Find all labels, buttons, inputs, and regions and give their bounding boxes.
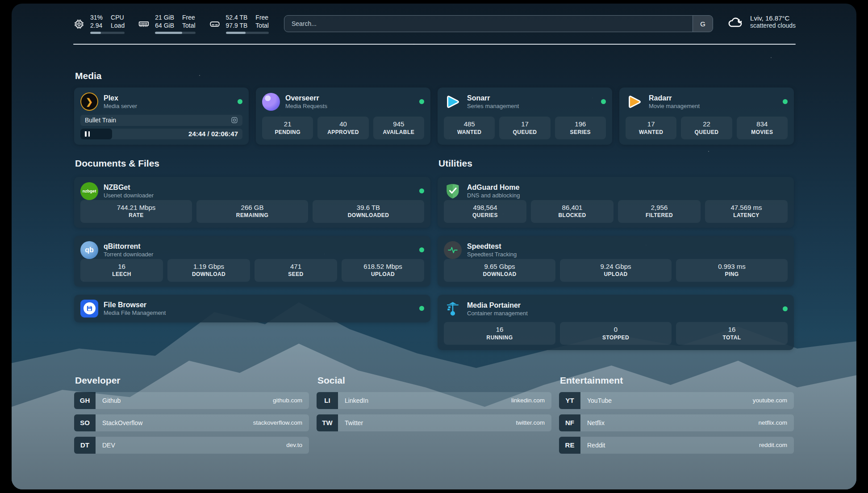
portainer-card[interactable]: Media Portainer Container management 16 … <box>438 295 794 350</box>
stat-value: 196 <box>557 120 604 129</box>
link-youtube[interactable]: YT YouTube youtube.com <box>559 392 794 409</box>
adguard-card[interactable]: AdGuard Home DNS and adblocking 498,564 … <box>438 177 794 228</box>
disk-icon <box>209 18 221 30</box>
now-playing-row: Bullet Train <box>80 115 242 126</box>
stat-box: 9.24 Gbps UPLOAD <box>560 259 672 282</box>
app-name: AdGuard Home <box>467 183 520 192</box>
stat-value: 40 <box>319 120 367 129</box>
section-title-developer: Developer <box>75 375 309 386</box>
stat-label: UPLOAD <box>562 271 670 278</box>
link-netflix[interactable]: NF Netflix netflix.com <box>559 414 794 431</box>
link-reddit[interactable]: RE Reddit reddit.com <box>559 437 794 454</box>
stat-box: 47.569 ms LATENCY <box>705 200 788 223</box>
status-dot-online <box>783 306 788 311</box>
stat-label: PENDING <box>264 129 311 136</box>
app-subtitle: Media Requests <box>285 103 327 110</box>
stream-video-icon <box>231 117 238 124</box>
cpu-progress-bar <box>90 32 125 34</box>
app-subtitle: Media File Management <box>104 309 166 317</box>
portainer-icon <box>445 301 461 317</box>
link-twitter[interactable]: TW Twitter twitter.com <box>317 414 551 431</box>
stat-value: 485 <box>446 120 493 129</box>
link-stackoverflow[interactable]: SO StackOverflow stackoverflow.com <box>74 414 309 431</box>
stat-value: 498,564 <box>446 203 525 212</box>
stat-value: 47.569 ms <box>707 203 786 212</box>
disk-widget: 52.4 TB 97.9 TB Free Total <box>209 13 269 34</box>
stat-box: 22 QUEUED <box>681 117 732 139</box>
plex-icon: ❯ <box>80 92 98 111</box>
link-github[interactable]: GH Github github.com <box>74 392 309 409</box>
nzbget-card[interactable]: nzbget NZBGet Usenet downloader 744.21 M… <box>74 177 430 228</box>
filebrowser-icon <box>80 300 98 318</box>
cpu-load-label: Load <box>111 21 125 29</box>
stat-box: 0.993 ms PING <box>676 259 788 282</box>
stat-box: 86,401 BLOCKED <box>531 200 613 223</box>
app-name: Plex <box>104 94 137 103</box>
stat-box: 1.19 Gbps DOWNLOAD <box>167 259 250 282</box>
search-input[interactable] <box>284 16 693 32</box>
app-subtitle: Speedtest Tracking <box>467 251 517 258</box>
stat-box: 498,564 QUERIES <box>444 200 526 223</box>
stat-box: 266 GB REMAINING <box>196 200 308 223</box>
section-title-social: Social <box>317 375 551 386</box>
overseerr-card[interactable]: Overseerr Media Requests 21 PENDING 40 A… <box>256 88 430 145</box>
link-url: stackoverflow.com <box>253 419 302 426</box>
app-name: Sonarr <box>467 94 519 103</box>
search-engine-button[interactable]: G <box>693 16 713 32</box>
filebrowser-card[interactable]: File Browser Media File Management <box>74 295 430 322</box>
stat-label: WANTED <box>627 129 675 136</box>
link-abbr: TW <box>317 414 338 431</box>
weather-widget: Lviv, 16.87°C scattered clouds <box>726 14 796 29</box>
dashboard-screen: 31% 2.94 CPU Load <box>12 4 856 489</box>
sonarr-card[interactable]: Sonarr Series management 485 WANTED 17 Q… <box>438 88 612 145</box>
stat-label: QUEUED <box>501 129 548 136</box>
link-name: YouTube <box>587 397 612 404</box>
stat-label: UPLOAD <box>343 271 422 278</box>
link-name: Netflix <box>587 419 605 426</box>
cpu-progress-fill <box>90 32 101 34</box>
stat-value: 471 <box>256 262 335 271</box>
stat-value: 834 <box>739 120 786 129</box>
weather-condition: scattered clouds <box>750 22 796 29</box>
speedtest-card[interactable]: Speedtest Speedtest Tracking 9.65 Gbps D… <box>438 236 794 287</box>
stat-value: 17 <box>627 120 675 129</box>
link-url: twitter.com <box>516 419 545 426</box>
status-dot-online <box>419 247 424 252</box>
plex-card[interactable]: ❯ Plex Media server Bullet Train <box>74 88 249 145</box>
cpu-icon <box>73 18 85 30</box>
playback-progress-bar: 24:44 / 02:06:47 <box>80 129 242 139</box>
app-subtitle: Series management <box>467 103 519 110</box>
link-url: netflix.com <box>758 419 787 426</box>
top-bar: 31% 2.94 CPU Load <box>12 4 856 34</box>
link-dev[interactable]: DT DEV dev.to <box>74 437 309 454</box>
now-playing-title: Bullet Train <box>85 117 116 124</box>
app-name: qBittorrent <box>104 242 153 251</box>
radarr-icon <box>626 93 643 110</box>
stat-value: 2,956 <box>620 203 699 212</box>
stat-box: 17 QUEUED <box>499 117 550 139</box>
app-name: Speedtest <box>467 242 517 251</box>
link-name: LinkedIn <box>345 397 368 404</box>
stat-box: 21 PENDING <box>262 117 313 139</box>
stat-value: 39.6 TB <box>314 203 422 212</box>
cpu-label: CPU <box>111 13 125 21</box>
app-name: Overseerr <box>285 94 327 103</box>
qbittorrent-card[interactable]: qb qBittorrent Torrent downloader 16 LEE… <box>74 236 430 287</box>
stat-value: 744.21 Mbps <box>82 203 190 212</box>
stat-label: MOVIES <box>739 129 786 136</box>
search-bar: G <box>284 15 713 32</box>
link-name: DEV <box>102 442 115 449</box>
radarr-card[interactable]: Radarr Movie management 17 WANTED 22 QUE… <box>619 88 794 145</box>
link-name: Twitter <box>345 419 363 426</box>
stat-label: DOWNLOAD <box>169 271 248 278</box>
link-url: reddit.com <box>759 442 787 448</box>
section-title-utilities: Utilities <box>438 158 794 169</box>
app-subtitle: Media server <box>104 103 137 110</box>
section-title-entertainment: Entertainment <box>560 375 794 386</box>
weather-location-temp: Lviv, 16.87°C <box>750 14 796 22</box>
status-dot-online <box>783 99 788 104</box>
stat-box: 618.52 Mbps UPLOAD <box>342 259 424 282</box>
cpu-load-value: 2.94 <box>90 21 103 29</box>
link-linkedin[interactable]: LI LinkedIn linkedin.com <box>317 392 551 409</box>
app-subtitle: DNS and adblocking <box>467 192 520 199</box>
